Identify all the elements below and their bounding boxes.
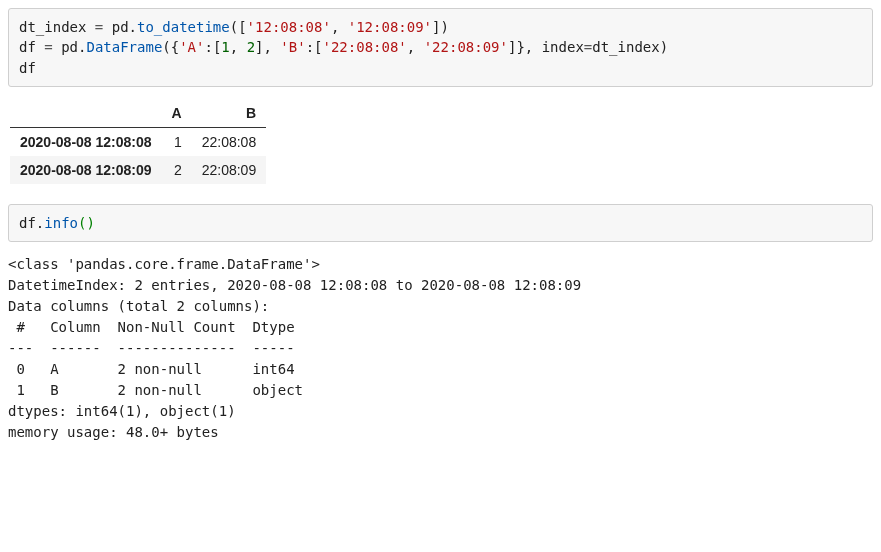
cell-b: 22:08:08 xyxy=(192,127,267,156)
cell-b: 22:08:09 xyxy=(192,156,267,184)
table-row: 2020-08-08 12:08:09 2 22:08:09 xyxy=(10,156,266,184)
code-token: :[ xyxy=(306,39,323,55)
code-token: () xyxy=(78,215,95,231)
code-token: 2 xyxy=(247,39,255,55)
code-token: df xyxy=(19,39,44,55)
code-token: ([ xyxy=(230,19,247,35)
code-token: , xyxy=(230,39,247,55)
code-token: '12:08:08' xyxy=(247,19,331,35)
output-line: 1 B 2 non-null object xyxy=(8,382,303,398)
code-token: DataFrame xyxy=(86,39,162,55)
code-token: = xyxy=(44,39,52,55)
column-header-a: A xyxy=(162,99,192,128)
index-cell: 2020-08-08 12:08:09 xyxy=(10,156,162,184)
code-cell-1: dt_index = pd.to_datetime(['12:08:08', '… xyxy=(8,8,873,87)
output-line: dtypes: int64(1), object(1) xyxy=(8,403,236,419)
code-token: ], xyxy=(255,39,280,55)
code-token: dt_index xyxy=(19,19,95,35)
index-corner xyxy=(10,99,162,128)
code-token: 'B' xyxy=(280,39,305,55)
output-line: --- ------ -------------- ----- xyxy=(8,340,303,356)
code-token: to_datetime xyxy=(137,19,230,35)
cell-a: 2 xyxy=(162,156,192,184)
code-token: = xyxy=(584,39,592,55)
code-token: df xyxy=(19,60,36,76)
output-line: <class 'pandas.core.frame.DataFrame'> xyxy=(8,256,320,272)
table-row: 2020-08-08 12:08:08 1 22:08:08 xyxy=(10,127,266,156)
code-token: pd. xyxy=(103,19,137,35)
output-line: Data columns (total 2 columns): xyxy=(8,298,269,314)
code-token: , xyxy=(407,39,424,55)
dataframe-output-table: A B 2020-08-08 12:08:08 1 22:08:08 2020-… xyxy=(10,99,266,184)
output-line: # Column Non-Null Count Dtype xyxy=(8,319,303,335)
code-token: info xyxy=(44,215,78,231)
code-token: pd. xyxy=(53,39,87,55)
code-token: 'A' xyxy=(179,39,204,55)
code-token: ]}, index xyxy=(508,39,584,55)
code-token: '12:08:09' xyxy=(348,19,432,35)
code-token: ({ xyxy=(162,39,179,55)
code-cell-2: df.info() xyxy=(8,204,873,242)
index-cell: 2020-08-08 12:08:08 xyxy=(10,127,162,156)
cell-a: 1 xyxy=(162,127,192,156)
output-line: DatetimeIndex: 2 entries, 2020-08-08 12:… xyxy=(8,277,581,293)
output-line: memory usage: 48.0+ bytes xyxy=(8,424,219,440)
code-token: , xyxy=(331,19,348,35)
column-header-b: B xyxy=(192,99,267,128)
output-line: 0 A 2 non-null int64 xyxy=(8,361,303,377)
code-token: 1 xyxy=(221,39,229,55)
code-token: ]) xyxy=(432,19,449,35)
info-output: <class 'pandas.core.frame.DataFrame'> Da… xyxy=(8,254,873,443)
table-header-row: A B xyxy=(10,99,266,128)
code-token: '22:08:09' xyxy=(424,39,508,55)
code-token: :[ xyxy=(204,39,221,55)
code-token: dt_index) xyxy=(592,39,668,55)
code-token: '22:08:08' xyxy=(323,39,407,55)
code-token: df. xyxy=(19,215,44,231)
